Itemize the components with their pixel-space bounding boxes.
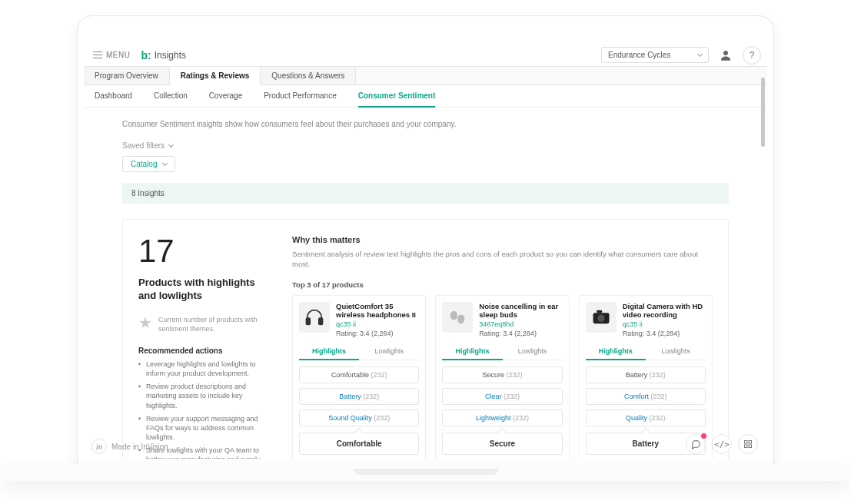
insights-count-bar: 8 Insights (122, 183, 729, 204)
help-button[interactable]: ? (743, 46, 761, 65)
sentiment-tag[interactable]: Quality (232) (586, 410, 706, 426)
top-bar: MENU b: Insights Endurance Cycles ? (84, 44, 767, 67)
svg-point-3 (450, 310, 457, 320)
tab-ratings-reviews[interactable]: Ratings & Reviews (170, 67, 261, 85)
user-icon (719, 48, 733, 62)
comment-button[interactable] (686, 434, 706, 454)
product-rating: Rating: 3.4 (2,284) (623, 330, 706, 337)
tab-lowlights[interactable]: Lowlights (359, 343, 419, 360)
help-icon: ? (750, 50, 755, 61)
sentiment-tag[interactable]: Comfort (232) (586, 388, 706, 405)
product-card: Noise cancelling in ear sleep buds 3467e… (435, 295, 569, 459)
chevron-down-icon (697, 51, 703, 57)
comment-icon (691, 439, 701, 449)
svg-rect-8 (745, 441, 748, 444)
svg-point-4 (457, 314, 464, 323)
stat-heading: Products with highlights and lowlights (138, 277, 269, 303)
product-rating: Rating: 3.4 (2,284) (336, 330, 419, 337)
why-heading: Why this matters (292, 235, 713, 244)
grid-button[interactable] (738, 434, 758, 454)
product-card: QuietComfort 35 wireless headphones II q… (292, 295, 426, 459)
top-sentiment: Comfortable (299, 433, 419, 455)
product-cards: QuietComfort 35 wireless headphones II q… (292, 295, 713, 459)
tab-highlights[interactable]: Highlights (442, 343, 502, 360)
saved-filters[interactable]: Saved filters (122, 141, 173, 150)
hamburger-icon (93, 51, 102, 59)
tab-highlights[interactable]: Highlights (586, 343, 646, 360)
brand-logo[interactable]: b: Insights (141, 49, 186, 61)
star-icon: ★ (138, 315, 152, 330)
insight-sidebar: 17 Products with highlights and lowlight… (138, 235, 269, 459)
insight-main: Why this matters Sentiment analysis of r… (292, 235, 713, 459)
list-item: Leverage highlights and lowlights to inf… (138, 360, 269, 378)
svg-rect-1 (307, 318, 311, 324)
product-sku[interactable]: qc35 ii (623, 320, 706, 328)
sub-tabs: Dashboard Collection Coverage Product Pe… (84, 85, 767, 108)
subtab-consumer-sentiment[interactable]: Consumer Sentiment (358, 85, 436, 108)
why-body: Sentiment analysis of review text highli… (292, 249, 713, 270)
product-sku[interactable]: qc35 ii (336, 320, 419, 328)
chevron-down-icon (162, 161, 168, 166)
chevron-down-icon (168, 142, 174, 148)
subtab-coverage[interactable]: Coverage (209, 85, 242, 107)
svg-rect-2 (319, 318, 323, 324)
scrollbar[interactable] (761, 78, 765, 454)
account-selected: Endurance Cycles (608, 51, 670, 59)
insight-panel: 17 Products with highlights and lowlight… (122, 219, 729, 459)
sentiment-tag[interactable]: Comfortable (232) (299, 366, 419, 383)
grid-icon (743, 439, 753, 449)
brand-name: Insights (155, 50, 186, 61)
svg-rect-11 (749, 445, 752, 448)
top-sentiment: Secure (442, 433, 562, 455)
sentiment-tag[interactable]: Battery (232) (586, 366, 706, 383)
menu-button[interactable]: MENU (90, 51, 133, 59)
svg-rect-10 (745, 445, 748, 448)
top-n-label: Top 3 of 17 products (292, 280, 713, 289)
menu-label: MENU (106, 51, 130, 59)
primary-tabs: Program Overview Ratings & Reviews Quest… (84, 67, 767, 85)
tab-lowlights[interactable]: Lowlights (646, 343, 706, 360)
code-button[interactable]: </> (712, 434, 732, 454)
product-rating: Rating: 3.4 (2,284) (479, 330, 562, 337)
camera-icon (586, 302, 617, 333)
user-avatar[interactable] (716, 46, 735, 65)
sentiment-tag[interactable]: Clear (232) (442, 388, 562, 405)
list-item: Review your support messaging and FAQs f… (138, 414, 269, 442)
product-name: Noise cancelling in ear sleep buds (479, 302, 562, 320)
sentiment-tag[interactable]: Battery (232) (299, 388, 419, 405)
list-item: Review product descriptions and marketin… (138, 382, 269, 410)
invision-badge[interactable]: in Made in InVision (91, 439, 168, 454)
tab-lowlights[interactable]: Lowlights (503, 343, 563, 360)
scrollbar-thumb[interactable] (761, 78, 765, 147)
notification-dot (701, 433, 706, 439)
code-icon: </> (714, 439, 730, 449)
subtab-product-performance[interactable]: Product Performance (264, 85, 337, 107)
headphones-icon (299, 302, 330, 333)
tab-program-overview[interactable]: Program Overview (84, 67, 170, 85)
stat-number: 17 (138, 235, 269, 267)
subtab-dashboard[interactable]: Dashboard (95, 85, 132, 107)
brand-mark: b: (141, 49, 151, 61)
svg-rect-9 (749, 441, 752, 444)
earbuds-icon (442, 302, 473, 333)
subtab-collection[interactable]: Collection (154, 85, 188, 107)
sentiment-tag[interactable]: Sound Quality (232) (299, 410, 419, 426)
invision-label: Made in InVision (111, 443, 168, 451)
content-area: Consumer Sentiment insights show how con… (84, 108, 767, 459)
tab-questions-answers[interactable]: Questions & Answers (261, 67, 356, 85)
sentiment-tag[interactable]: Secure (232) (442, 366, 562, 383)
tab-highlights[interactable]: Highlights (299, 343, 359, 360)
svg-point-6 (597, 314, 604, 321)
product-name: Digital Camera with HD video recording (623, 302, 706, 320)
svg-point-0 (723, 51, 728, 55)
account-select[interactable]: Endurance Cycles (601, 47, 709, 63)
floating-tools: </> (686, 434, 758, 454)
filter-catalog[interactable]: Catalog (122, 156, 175, 172)
product-name: QuietComfort 35 wireless headphones II (336, 302, 419, 320)
product-sku[interactable]: 3467eq8hd (479, 320, 562, 328)
recommended-actions-heading: Recommended actions (138, 346, 269, 355)
invision-logo-icon: in (91, 439, 107, 454)
svg-rect-7 (597, 310, 602, 313)
page-description: Consumer Sentiment insights show how con… (122, 120, 729, 128)
sentiment-tag[interactable]: Lightweight (232) (442, 410, 562, 426)
